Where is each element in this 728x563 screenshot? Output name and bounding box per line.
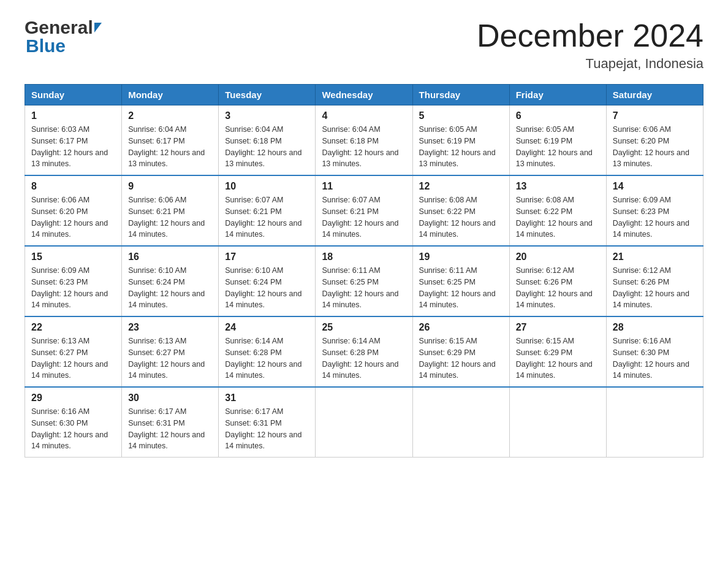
day-number: 28 (613, 322, 697, 333)
calendar-day-cell: 22Sunrise: 6:13 AMSunset: 6:27 PMDayligh… (25, 316, 122, 387)
day-info: Sunrise: 6:03 AMSunset: 6:17 PMDaylight:… (31, 124, 115, 170)
day-number: 22 (31, 322, 115, 333)
day-info: Sunrise: 6:05 AMSunset: 6:19 PMDaylight:… (516, 124, 600, 170)
calendar-day-cell (316, 387, 412, 458)
calendar-day-cell: 12Sunrise: 6:08 AMSunset: 6:22 PMDayligh… (412, 175, 509, 246)
calendar-day-cell (509, 387, 606, 458)
calendar-day-cell: 4Sunrise: 6:04 AMSunset: 6:18 PMDaylight… (316, 105, 412, 176)
calendar-day-cell: 1Sunrise: 6:03 AMSunset: 6:17 PMDaylight… (25, 105, 122, 176)
day-number: 24 (225, 322, 309, 333)
calendar-day-cell: 30Sunrise: 6:17 AMSunset: 6:31 PMDayligh… (122, 387, 219, 458)
day-number: 10 (225, 181, 309, 192)
day-info: Sunrise: 6:07 AMSunset: 6:21 PMDaylight:… (225, 194, 309, 240)
day-info: Sunrise: 6:13 AMSunset: 6:27 PMDaylight:… (128, 335, 212, 381)
day-info: Sunrise: 6:16 AMSunset: 6:30 PMDaylight:… (31, 406, 115, 452)
calendar-day-header: Tuesday (219, 85, 316, 105)
calendar-day-cell: 9Sunrise: 6:06 AMSunset: 6:21 PMDaylight… (122, 175, 219, 246)
calendar-day-cell: 21Sunrise: 6:12 AMSunset: 6:26 PMDayligh… (606, 246, 703, 316)
calendar-day-cell: 20Sunrise: 6:12 AMSunset: 6:26 PMDayligh… (509, 246, 606, 316)
page-title: December 2024 (477, 18, 703, 53)
day-info: Sunrise: 6:11 AMSunset: 6:25 PMDaylight:… (322, 265, 406, 311)
calendar-week-row: 8Sunrise: 6:06 AMSunset: 6:20 PMDaylight… (25, 175, 703, 246)
day-info: Sunrise: 6:06 AMSunset: 6:21 PMDaylight:… (128, 194, 212, 240)
day-number: 3 (225, 110, 309, 121)
day-number: 8 (31, 181, 115, 192)
day-info: Sunrise: 6:07 AMSunset: 6:21 PMDaylight:… (322, 194, 406, 240)
calendar-week-row: 1Sunrise: 6:03 AMSunset: 6:17 PMDaylight… (25, 105, 703, 176)
calendar-day-cell: 19Sunrise: 6:11 AMSunset: 6:25 PMDayligh… (412, 246, 509, 316)
day-number: 4 (322, 110, 406, 121)
logo-arrow-icon (94, 23, 102, 33)
day-info: Sunrise: 6:06 AMSunset: 6:20 PMDaylight:… (613, 124, 697, 170)
calendar-day-cell: 17Sunrise: 6:10 AMSunset: 6:24 PMDayligh… (219, 246, 316, 316)
calendar-week-row: 29Sunrise: 6:16 AMSunset: 6:30 PMDayligh… (25, 387, 703, 458)
day-number: 1 (31, 110, 115, 121)
day-info: Sunrise: 6:15 AMSunset: 6:29 PMDaylight:… (419, 335, 503, 381)
day-number: 27 (516, 322, 600, 333)
day-info: Sunrise: 6:16 AMSunset: 6:30 PMDaylight:… (613, 335, 697, 381)
calendar-day-header: Saturday (606, 85, 703, 105)
day-info: Sunrise: 6:04 AMSunset: 6:17 PMDaylight:… (128, 124, 212, 170)
day-number: 18 (322, 251, 406, 262)
title-block: December 2024 Tuapejat, Indonesia (477, 18, 703, 72)
calendar-day-cell: 14Sunrise: 6:09 AMSunset: 6:23 PMDayligh… (606, 175, 703, 246)
day-info: Sunrise: 6:12 AMSunset: 6:26 PMDaylight:… (613, 265, 697, 311)
calendar-day-header: Sunday (25, 85, 122, 105)
day-info: Sunrise: 6:12 AMSunset: 6:26 PMDaylight:… (516, 265, 600, 311)
calendar-day-cell: 2Sunrise: 6:04 AMSunset: 6:17 PMDaylight… (122, 105, 219, 176)
logo: General Blue (25, 18, 102, 55)
day-info: Sunrise: 6:11 AMSunset: 6:25 PMDaylight:… (419, 265, 503, 311)
logo-blue-text: Blue (25, 37, 102, 55)
calendar-week-row: 22Sunrise: 6:13 AMSunset: 6:27 PMDayligh… (25, 316, 703, 387)
calendar-day-header: Thursday (412, 85, 509, 105)
calendar-day-cell: 27Sunrise: 6:15 AMSunset: 6:29 PMDayligh… (509, 316, 606, 387)
calendar-day-cell: 24Sunrise: 6:14 AMSunset: 6:28 PMDayligh… (219, 316, 316, 387)
page-subtitle: Tuapejat, Indonesia (477, 56, 703, 72)
day-info: Sunrise: 6:08 AMSunset: 6:22 PMDaylight:… (419, 194, 503, 240)
day-number: 12 (419, 181, 503, 192)
calendar-day-header: Monday (122, 85, 219, 105)
calendar-day-cell: 28Sunrise: 6:16 AMSunset: 6:30 PMDayligh… (606, 316, 703, 387)
calendar-day-cell: 13Sunrise: 6:08 AMSunset: 6:22 PMDayligh… (509, 175, 606, 246)
calendar-day-cell: 26Sunrise: 6:15 AMSunset: 6:29 PMDayligh… (412, 316, 509, 387)
calendar-day-cell: 31Sunrise: 6:17 AMSunset: 6:31 PMDayligh… (219, 387, 316, 458)
calendar-day-cell: 29Sunrise: 6:16 AMSunset: 6:30 PMDayligh… (25, 387, 122, 458)
day-info: Sunrise: 6:08 AMSunset: 6:22 PMDaylight:… (516, 194, 600, 240)
day-number: 9 (128, 181, 212, 192)
page-header: General Blue December 2024 Tuapejat, Ind… (25, 18, 703, 72)
day-number: 5 (419, 110, 503, 121)
calendar-day-header: Wednesday (316, 85, 412, 105)
day-info: Sunrise: 6:09 AMSunset: 6:23 PMDaylight:… (613, 194, 697, 240)
day-info: Sunrise: 6:04 AMSunset: 6:18 PMDaylight:… (322, 124, 406, 170)
day-number: 31 (225, 393, 309, 404)
calendar-day-cell: 11Sunrise: 6:07 AMSunset: 6:21 PMDayligh… (316, 175, 412, 246)
calendar-day-cell: 16Sunrise: 6:10 AMSunset: 6:24 PMDayligh… (122, 246, 219, 316)
calendar-day-cell: 25Sunrise: 6:14 AMSunset: 6:28 PMDayligh… (316, 316, 412, 387)
day-number: 29 (31, 393, 115, 404)
day-number: 30 (128, 393, 212, 404)
day-number: 13 (516, 181, 600, 192)
day-info: Sunrise: 6:10 AMSunset: 6:24 PMDaylight:… (128, 265, 212, 311)
calendar-day-cell (606, 387, 703, 458)
day-number: 15 (31, 251, 115, 262)
day-info: Sunrise: 6:06 AMSunset: 6:20 PMDaylight:… (31, 194, 115, 240)
day-info: Sunrise: 6:14 AMSunset: 6:28 PMDaylight:… (225, 335, 309, 381)
day-number: 14 (613, 181, 697, 192)
day-number: 7 (613, 110, 697, 121)
calendar-day-cell: 18Sunrise: 6:11 AMSunset: 6:25 PMDayligh… (316, 246, 412, 316)
calendar-day-header: Friday (509, 85, 606, 105)
day-number: 11 (322, 181, 406, 192)
day-number: 6 (516, 110, 600, 121)
calendar-day-cell: 3Sunrise: 6:04 AMSunset: 6:18 PMDaylight… (219, 105, 316, 176)
day-number: 16 (128, 251, 212, 262)
calendar-day-cell: 6Sunrise: 6:05 AMSunset: 6:19 PMDaylight… (509, 105, 606, 176)
calendar-day-cell: 10Sunrise: 6:07 AMSunset: 6:21 PMDayligh… (219, 175, 316, 246)
calendar-day-cell (412, 387, 509, 458)
calendar-day-cell: 23Sunrise: 6:13 AMSunset: 6:27 PMDayligh… (122, 316, 219, 387)
day-number: 21 (613, 251, 697, 262)
calendar-day-cell: 7Sunrise: 6:06 AMSunset: 6:20 PMDaylight… (606, 105, 703, 176)
day-info: Sunrise: 6:17 AMSunset: 6:31 PMDaylight:… (128, 406, 212, 452)
day-info: Sunrise: 6:09 AMSunset: 6:23 PMDaylight:… (31, 265, 115, 311)
day-info: Sunrise: 6:13 AMSunset: 6:27 PMDaylight:… (31, 335, 115, 381)
day-info: Sunrise: 6:04 AMSunset: 6:18 PMDaylight:… (225, 124, 309, 170)
